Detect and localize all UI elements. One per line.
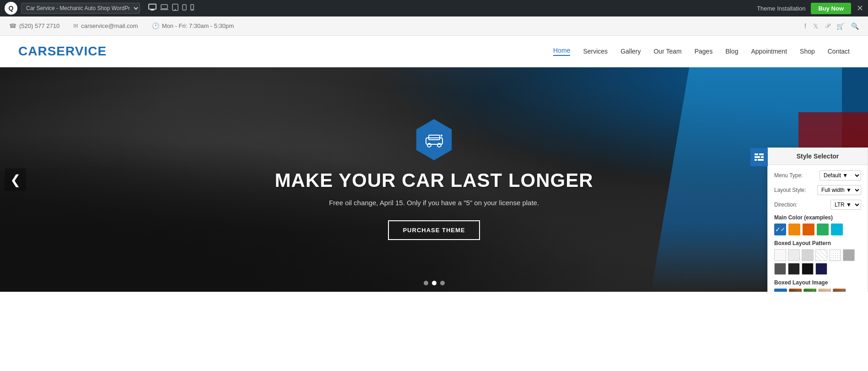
hero-dot-3[interactable] xyxy=(440,281,445,285)
svg-rect-4 xyxy=(183,5,186,10)
style-selector-toggle[interactable] xyxy=(750,148,768,166)
menu-type-row: Menu Type: Default ▼ Hamburger Full Widt… xyxy=(774,170,861,180)
style-selector-panel: Style Selector Menu Type: Default ▼ Hamb… xyxy=(767,147,868,292)
admin-bar-right: Theme Installation Buy Now ✕ xyxy=(757,3,863,14)
svg-rect-0 xyxy=(149,4,156,9)
hero-subtitle: Free oil change, April 15. Only if you h… xyxy=(275,199,593,207)
menu-type-label: Menu Type: xyxy=(774,172,803,179)
desktop-icon[interactable] xyxy=(148,4,156,13)
menu-type-select[interactable]: Default ▼ Hamburger Full Width xyxy=(819,170,861,180)
nav-item-pages[interactable]: Pages xyxy=(695,48,713,55)
info-bar: ☎ (520) 577 2710 ✉ carservice@mail.com 🕐… xyxy=(0,16,868,36)
image-swatch-1[interactable]: ✓ xyxy=(774,289,787,292)
svg-rect-1 xyxy=(161,5,167,9)
color-swatch-blue[interactable]: ✓ xyxy=(774,224,786,235)
admin-bar: Q Car Service - Mechanic Auto Shop WordP… xyxy=(0,0,868,16)
nav-item-our-team[interactable]: Our Team xyxy=(653,48,681,55)
color-swatch-green[interactable] xyxy=(817,224,829,235)
image-swatch-3[interactable] xyxy=(803,289,816,292)
facebook-icon[interactable]: f xyxy=(804,22,806,30)
image-swatch-4[interactable] xyxy=(818,289,831,292)
svg-rect-15 xyxy=(755,159,757,161)
buy-now-button[interactable]: Buy Now xyxy=(811,3,851,14)
phone-icon: ☎ xyxy=(9,22,16,29)
pattern-2[interactable] xyxy=(788,249,800,261)
hero-content: MAKE YOUR CAR LAST LONGER Free oil chang… xyxy=(275,119,593,240)
svg-rect-14 xyxy=(761,156,764,158)
direction-select[interactable]: LTR ▼ RTL xyxy=(830,200,861,210)
hero-section: ❮ MAKE YOUR CAR LAST LONGER Free oil cha… xyxy=(0,67,868,292)
boxed-layout-image-label: Boxed Layout Image xyxy=(774,279,861,286)
color-swatch-dark-orange[interactable] xyxy=(803,224,814,235)
twitter-icon[interactable]: 𝕏 xyxy=(813,22,818,30)
hero-pagination-dots xyxy=(424,281,445,285)
theme-installation-link[interactable]: Theme Installation xyxy=(757,5,805,12)
search-icon[interactable]: 🔍 xyxy=(851,22,859,30)
close-button[interactable]: ✕ xyxy=(857,3,863,13)
nav-item-contact[interactable]: Contact xyxy=(828,48,850,55)
theme-select[interactable]: Car Service - Mechanic Auto Shop WordPre… xyxy=(21,3,140,14)
hero-dot-2[interactable] xyxy=(432,281,437,285)
site-logo[interactable]: CARSERVICE xyxy=(18,44,107,59)
admin-logo[interactable]: Q xyxy=(5,2,17,15)
image-swatches: ✓ xyxy=(774,289,861,292)
nav-item-home[interactable]: Home xyxy=(553,47,570,56)
layout-style-select[interactable]: Full width ▼ Boxed xyxy=(817,185,861,195)
color-swatch-cyan[interactable] xyxy=(831,224,843,235)
svg-rect-13 xyxy=(755,156,760,158)
nav-item-gallery[interactable]: Gallery xyxy=(620,48,641,55)
svg-rect-11 xyxy=(755,153,758,155)
direction-label: Direction: xyxy=(774,202,798,208)
admin-bar-left: Q Car Service - Mechanic Auto Shop WordP… xyxy=(5,2,194,15)
clock-icon: 🕐 xyxy=(152,22,159,29)
pattern-10[interactable] xyxy=(815,263,827,275)
header: CARSERVICE Home Services Gallery Our Tea… xyxy=(0,36,868,67)
style-selector-title: Style Selector xyxy=(768,148,868,165)
laptop-icon[interactable] xyxy=(160,4,168,13)
hero-cta-button[interactable]: PURCHASE THEME xyxy=(388,220,480,240)
pattern-5[interactable] xyxy=(829,249,841,261)
color-swatches: ✓ xyxy=(774,224,861,235)
style-selector-body: Menu Type: Default ▼ Hamburger Full Widt… xyxy=(768,165,868,292)
image-swatch-2[interactable] xyxy=(789,289,802,292)
svg-rect-16 xyxy=(758,159,764,161)
svg-point-3 xyxy=(175,9,176,10)
nav-item-services[interactable]: Services xyxy=(583,48,608,55)
admin-logo-text: Q xyxy=(9,5,14,12)
boxed-layout-pattern-label: Boxed Layout Pattern xyxy=(774,240,861,246)
pattern-4[interactable] xyxy=(815,249,827,261)
pattern-6[interactable] xyxy=(843,249,855,261)
pattern-8[interactable] xyxy=(788,263,800,275)
nav-item-blog[interactable]: Blog xyxy=(725,48,738,55)
pinterest-icon[interactable]: 𝒫 xyxy=(825,22,830,30)
phone-number: (520) 577 2710 xyxy=(19,22,59,29)
nav-item-appointment[interactable]: Appointment xyxy=(751,48,787,55)
layout-style-label: Layout Style: xyxy=(774,187,806,193)
hero-dot-1[interactable] xyxy=(424,281,428,285)
cart-icon[interactable]: 🛒 xyxy=(836,22,844,30)
social-icons: f 𝕏 𝒫 🛒 🔍 xyxy=(804,22,859,30)
hours-info: 🕐 Mon - Fri: 7:30am - 5:30pm xyxy=(152,22,234,29)
main-color-label: Main Color (examples) xyxy=(774,214,861,221)
pattern-7[interactable] xyxy=(774,263,786,275)
pattern-9[interactable] xyxy=(802,263,814,275)
hero-title: MAKE YOUR CAR LAST LONGER xyxy=(275,169,593,191)
pattern-3[interactable] xyxy=(802,249,814,261)
info-bar-left: ☎ (520) 577 2710 ✉ carservice@mail.com 🕐… xyxy=(9,22,234,29)
hero-hexagon-icon xyxy=(414,119,455,160)
hero-container: ❮ MAKE YOUR CAR LAST LONGER Free oil cha… xyxy=(0,67,868,292)
image-swatch-5[interactable] xyxy=(833,289,846,292)
pattern-swatches xyxy=(774,249,861,275)
layout-style-row: Layout Style: Full width ▼ Boxed xyxy=(774,185,861,195)
nav-item-shop[interactable]: Shop xyxy=(800,48,815,55)
pattern-1[interactable] xyxy=(774,249,786,261)
color-swatch-orange[interactable] xyxy=(788,224,800,235)
tablet-icon[interactable] xyxy=(172,4,178,13)
hero-prev-arrow[interactable]: ❮ xyxy=(5,169,26,191)
mobile-icon[interactable] xyxy=(190,4,194,12)
email-icon: ✉ xyxy=(73,22,78,29)
direction-row: Direction: LTR ▼ RTL xyxy=(774,200,861,210)
tablet-sm-icon[interactable] xyxy=(182,4,187,12)
main-nav: Home Services Gallery Our Team Pages Blo… xyxy=(553,47,850,56)
phone-info: ☎ (520) 577 2710 xyxy=(9,22,59,29)
